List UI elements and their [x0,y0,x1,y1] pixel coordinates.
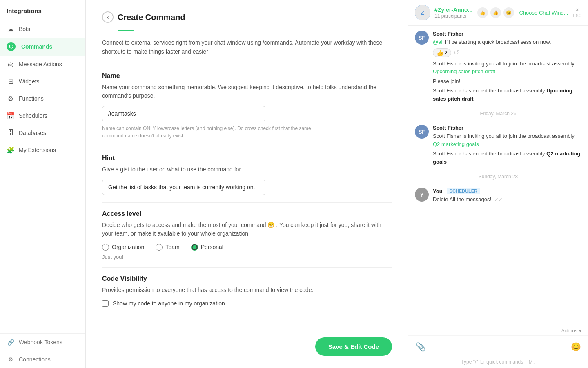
sidebar-item-widgets[interactable]: ⊞ Widgets [0,73,85,90]
sidebar: Integrations ☁ Bots ⬡ Commands ◎ Message… [0,0,86,368]
msg-text-2b: Scott Fisher has ended the broadcast ass… [433,150,581,166]
sidebar-bottom: 🔗 Webhook Tokens ⚙ Connections [0,333,85,368]
code-visibility-checkbox-label[interactable]: Show my code to anyone in my organizatio… [102,300,392,307]
reaction-smiley[interactable]: 😊 [503,7,514,18]
command-name-input[interactable] [102,106,265,121]
title-underline [118,30,134,31]
chat-header: Z #Zyler-Anno... 11 participants 👍 👍 😊 C… [408,0,588,26]
sidebar-item-functions[interactable]: ⚙ Functions [0,90,85,107]
message-group-1: SF Scott Fisher @all I'll be starting a … [415,31,581,103]
divider-4 [102,267,392,268]
radio-organization-input[interactable] [102,244,109,251]
reaction-thumbsup-badge[interactable]: 👍2 [433,48,451,57]
msg-sender-2: Scott Fisher [433,125,581,131]
access-level-radio-group: Organization Team Personal [102,244,392,251]
avatar-scott-2: SF [415,125,429,139]
close-button[interactable]: ✕ ESC [573,7,581,18]
code-visibility-section: Code Visibility Provides permission to e… [102,275,392,307]
msg-text-1d: Scott Fisher has ended the broadcast ass… [433,87,581,103]
webhook-icon: 🔗 [7,338,15,346]
access-level-section: Access level Decide who gets to access a… [102,210,392,260]
schedulers-icon: 📅 [7,112,15,120]
code-visibility-description: Provides permission to everyone that has… [102,286,392,294]
msg-sender-3: You SCHEDULER [433,188,581,194]
svg-text:Z: Z [421,9,425,16]
sidebar-item-commands[interactable]: ⬡ Commands [0,38,85,56]
access-level-description: Decide who gets to access and make the m… [102,221,392,238]
back-button[interactable]: ‹ [102,11,114,23]
chat-participants: 11 participants [434,13,472,19]
access-level-title: Access level [102,210,392,218]
save-edit-code-button[interactable]: Save & Edit Code [315,337,392,356]
emoji-button[interactable]: 😊 [569,340,582,353]
radio-personal[interactable]: Personal [191,244,223,251]
reaction-add[interactable]: ↺ [454,49,459,56]
message-content-2: Scott Fisher Scott Fisher is inviting yo… [433,125,581,166]
chat-channel-name[interactable]: #Zyler-Anno... [434,7,472,13]
hint-title: Hint [102,155,392,162]
sidebar-item-bots[interactable]: ☁ Bots [0,20,85,38]
link-upcoming-sales[interactable]: Upcoming sales pitch draft [433,68,495,74]
msg-text-1b: Scott Fisher is inviting you all to join… [433,60,581,76]
sidebar-item-connections[interactable]: ⚙ Connections [0,351,85,368]
radio-personal-input[interactable] [191,244,198,251]
reaction-thumbsup[interactable]: 👍 [477,7,488,18]
code-visibility-title: Code Visibility [102,275,392,283]
name-section: Name Name your command something memorab… [102,72,392,139]
panel-header: ‹ Create Command [102,11,392,23]
date-divider-friday: Friday, March 26 [415,111,581,117]
msg-reactions-1: 👍2 ↺ [433,48,581,57]
chat-hint: Type "/" for quick commands M↓ [408,357,588,368]
widgets-icon: ⊞ [7,77,15,85]
radio-organization[interactable]: Organization [102,244,144,251]
command-hint-input[interactable] [102,180,265,195]
msg-text-1c: Please join! [433,77,581,85]
chat-input-area: 📎 😊 [408,336,588,357]
divider-2 [102,147,392,147]
message-content-3: You SCHEDULER Delete All the messages! ✓… [433,188,581,204]
actions-chevron: ▾ [579,328,581,334]
msg-sender-1: Scott Fisher [433,31,581,37]
databases-icon: 🗄 [7,129,15,137]
actions-bar: Actions ▾ [408,326,588,336]
msg-text-3: Delete All the messages! ✓✓ [433,195,581,204]
double-check-icon: ✓✓ [494,197,503,202]
commands-icon: ⬡ [7,42,16,51]
sidebar-item-message-actions[interactable]: ◎ Message Actions [0,56,85,73]
attach-button[interactable]: 📎 [414,340,427,353]
close-icon: ✕ [575,7,579,13]
reaction-plus[interactable]: 👍 [490,7,501,18]
radio-team[interactable]: Team [156,244,179,251]
sidebar-item-databases[interactable]: 🗄 Databases [0,124,85,141]
avatar-you: Y [415,188,429,202]
sidebar-item-schedulers[interactable]: 📅 Schedulers [0,107,85,124]
connections-icon: ⚙ [7,355,15,364]
panel-description: Connect to external services right from … [102,38,392,56]
divider-1 [102,65,392,65]
name-title: Name [102,72,392,80]
msg-text-2a: Scott Fisher is inviting you all to join… [433,132,581,148]
divider-3 [102,202,392,203]
just-you-note: Just you! [102,254,392,260]
choose-chat-button[interactable]: Choose Chat Wind... [519,10,568,16]
chat-channel-info: #Zyler-Anno... 11 participants [434,7,472,19]
chat-messages: SF Scott Fisher @all I'll be starting a … [408,26,588,326]
chat-text-input[interactable] [431,343,565,350]
name-description: Name your command something memorable. W… [102,83,392,100]
avatar-scott-1: SF [415,31,429,45]
code-visibility-checkbox[interactable] [102,300,109,307]
cloud-icon: ☁ [7,25,15,33]
hint-section: Hint Give a gist to the user on what to … [102,155,392,195]
sidebar-item-webhook-tokens[interactable]: 🔗 Webhook Tokens [0,334,85,351]
message-content-1: Scott Fisher @all I'll be starting a qui… [433,31,581,103]
functions-icon: ⚙ [7,94,15,103]
sidebar-title: Integrations [0,0,85,20]
sidebar-item-my-extensions[interactable]: 🧩 My Extensions [0,141,85,159]
actions-label[interactable]: Actions [561,328,577,334]
message-group-2: SF Scott Fisher Scott Fisher is inviting… [415,125,581,166]
chat-header-left: Z #Zyler-Anno... 11 participants [415,5,472,20]
link-q2-marketing[interactable]: Q2 marketing goals [433,141,479,147]
main-content: ‹ Create Command Connect to external ser… [86,0,588,368]
radio-team-input[interactable] [156,244,163,251]
chat-panel: Z #Zyler-Anno... 11 participants 👍 👍 😊 C… [408,0,588,368]
